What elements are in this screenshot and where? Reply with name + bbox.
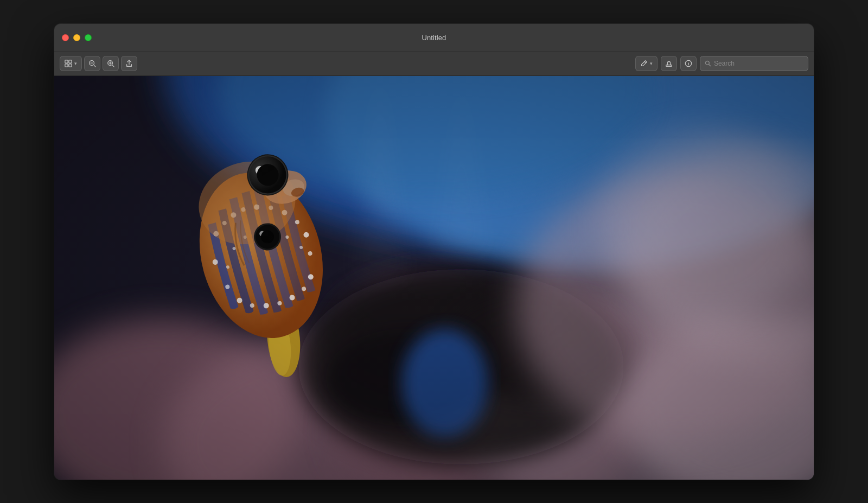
close-button[interactable]: [62, 34, 69, 41]
pen-icon: [640, 60, 648, 67]
zoom-out-icon: [88, 60, 96, 67]
svg-rect-12: [666, 65, 672, 67]
image-area: [54, 76, 814, 480]
markup-chevron-icon: ▾: [650, 61, 653, 66]
svg-line-17: [709, 65, 711, 66]
stamp-button[interactable]: [661, 56, 677, 71]
svg-rect-79: [54, 76, 814, 480]
view-icon: [65, 60, 72, 67]
window-title: Untitled: [422, 34, 446, 42]
toolbar: ▾: [54, 52, 814, 76]
view-toggle-button[interactable]: ▾: [60, 56, 82, 71]
stamp-icon: [665, 60, 673, 67]
info-button[interactable]: [680, 56, 697, 71]
fish-scene: [54, 76, 814, 480]
maximize-button[interactable]: [85, 34, 92, 41]
zoom-in-icon: [107, 60, 114, 67]
info-icon: [685, 60, 692, 67]
svg-line-5: [94, 66, 96, 67]
titlebar: Untitled: [54, 24, 814, 52]
app-window: Untitled ▾: [54, 24, 814, 480]
traffic-lights: [62, 34, 92, 41]
toolbar-left: ▾: [60, 56, 632, 71]
zoom-out-button[interactable]: [84, 56, 100, 71]
toolbar-right: ▾: [635, 56, 808, 71]
chevron-down-icon: ▾: [74, 61, 77, 66]
svg-point-15: [688, 62, 689, 62]
svg-rect-3: [69, 64, 72, 67]
search-icon: [705, 60, 711, 67]
share-button[interactable]: [121, 56, 137, 71]
svg-line-11: [644, 62, 646, 63]
svg-rect-1: [69, 60, 72, 63]
zoom-in-button[interactable]: [103, 56, 119, 71]
share-icon: [125, 60, 133, 67]
search-box[interactable]: [700, 56, 808, 71]
svg-rect-0: [65, 60, 68, 63]
svg-line-8: [113, 66, 114, 67]
svg-rect-2: [65, 64, 68, 67]
markup-button[interactable]: ▾: [635, 56, 658, 71]
minimize-button[interactable]: [73, 34, 80, 41]
search-input[interactable]: [714, 60, 803, 67]
